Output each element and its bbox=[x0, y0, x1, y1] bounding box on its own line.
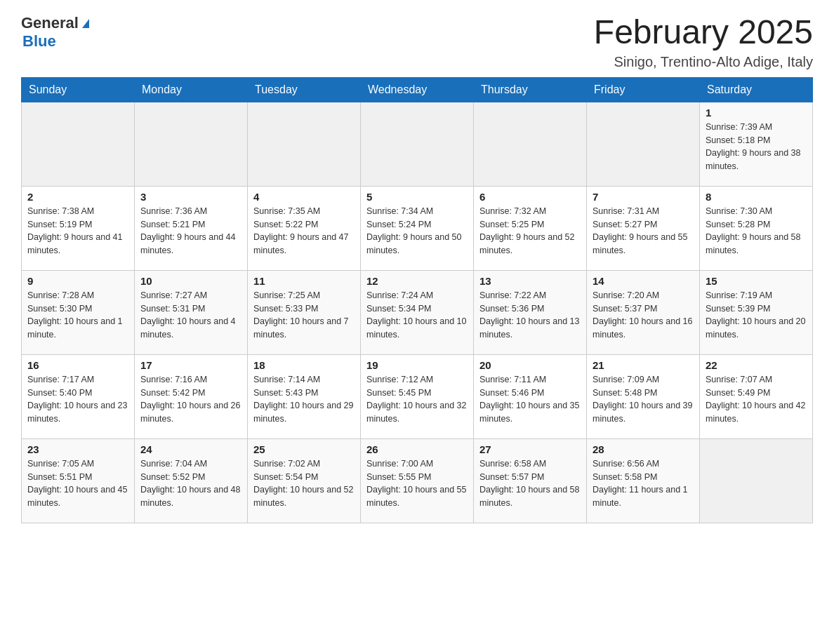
calendar-cell: 13Sunrise: 7:22 AM Sunset: 5:36 PM Dayli… bbox=[474, 270, 587, 354]
weekday-header-friday: Friday bbox=[587, 77, 700, 102]
calendar-cell: 7Sunrise: 7:31 AM Sunset: 5:27 PM Daylig… bbox=[587, 186, 700, 270]
day-number: 26 bbox=[366, 443, 468, 455]
calendar-cell: 6Sunrise: 7:32 AM Sunset: 5:25 PM Daylig… bbox=[474, 186, 587, 270]
day-info: Sunrise: 7:36 AM Sunset: 5:21 PM Dayligh… bbox=[140, 205, 241, 257]
weekday-header-wednesday: Wednesday bbox=[361, 77, 474, 102]
calendar-cell: 18Sunrise: 7:14 AM Sunset: 5:43 PM Dayli… bbox=[248, 354, 361, 438]
calendar-cell: 3Sunrise: 7:36 AM Sunset: 5:21 PM Daylig… bbox=[135, 186, 248, 270]
day-number: 1 bbox=[706, 107, 807, 119]
day-info: Sunrise: 7:31 AM Sunset: 5:27 PM Dayligh… bbox=[593, 205, 694, 257]
calendar-cell: 8Sunrise: 7:30 AM Sunset: 5:28 PM Daylig… bbox=[700, 186, 813, 270]
day-info: Sunrise: 7:09 AM Sunset: 5:48 PM Dayligh… bbox=[593, 373, 694, 426]
calendar-week-4: 16Sunrise: 7:17 AM Sunset: 5:40 PM Dayli… bbox=[22, 354, 813, 438]
calendar-cell: 26Sunrise: 7:00 AM Sunset: 5:55 PM Dayli… bbox=[361, 438, 474, 523]
calendar-week-2: 2Sunrise: 7:38 AM Sunset: 5:19 PM Daylig… bbox=[22, 186, 813, 270]
calendar-cell: 19Sunrise: 7:12 AM Sunset: 5:45 PM Dayli… bbox=[361, 354, 474, 438]
calendar-cell: 23Sunrise: 7:05 AM Sunset: 5:51 PM Dayli… bbox=[22, 438, 135, 523]
day-info: Sunrise: 7:00 AM Sunset: 5:55 PM Dayligh… bbox=[366, 457, 468, 510]
calendar-cell: 2Sunrise: 7:38 AM Sunset: 5:19 PM Daylig… bbox=[22, 186, 135, 270]
day-info: Sunrise: 7:35 AM Sunset: 5:22 PM Dayligh… bbox=[253, 205, 355, 257]
day-info: Sunrise: 7:14 AM Sunset: 5:43 PM Dayligh… bbox=[253, 373, 355, 426]
calendar-cell bbox=[248, 102, 361, 186]
day-number: 21 bbox=[593, 359, 694, 371]
calendar-cell: 27Sunrise: 6:58 AM Sunset: 5:57 PM Dayli… bbox=[474, 438, 587, 523]
day-info: Sunrise: 7:22 AM Sunset: 5:36 PM Dayligh… bbox=[479, 289, 581, 342]
calendar-cell: 16Sunrise: 7:17 AM Sunset: 5:40 PM Dayli… bbox=[22, 354, 135, 438]
day-info: Sunrise: 7:07 AM Sunset: 5:49 PM Dayligh… bbox=[706, 373, 807, 426]
calendar-cell: 4Sunrise: 7:35 AM Sunset: 5:22 PM Daylig… bbox=[248, 186, 361, 270]
calendar-cell: 21Sunrise: 7:09 AM Sunset: 5:48 PM Dayli… bbox=[587, 354, 700, 438]
day-info: Sunrise: 7:04 AM Sunset: 5:52 PM Dayligh… bbox=[140, 457, 241, 510]
day-info: Sunrise: 7:02 AM Sunset: 5:54 PM Dayligh… bbox=[253, 457, 355, 510]
calendar-cell bbox=[474, 102, 587, 186]
day-number: 8 bbox=[706, 191, 807, 203]
day-number: 16 bbox=[27, 359, 128, 371]
day-number: 19 bbox=[366, 359, 468, 371]
calendar-cell: 14Sunrise: 7:20 AM Sunset: 5:37 PM Dayli… bbox=[587, 270, 700, 354]
day-info: Sunrise: 7:12 AM Sunset: 5:45 PM Dayligh… bbox=[366, 373, 468, 426]
weekday-header-sunday: Sunday bbox=[22, 77, 135, 102]
day-info: Sunrise: 6:58 AM Sunset: 5:57 PM Dayligh… bbox=[479, 457, 581, 510]
logo-general-text: General bbox=[21, 14, 79, 32]
calendar-table: SundayMondayTuesdayWednesdayThursdayFrid… bbox=[21, 77, 813, 523]
location-title: Sinigo, Trentino-Alto Adige, Italy bbox=[594, 54, 813, 70]
calendar-cell: 5Sunrise: 7:34 AM Sunset: 5:24 PM Daylig… bbox=[361, 186, 474, 270]
day-number: 9 bbox=[27, 275, 128, 287]
day-number: 10 bbox=[140, 275, 241, 287]
month-title: February 2025 bbox=[594, 14, 813, 51]
day-info: Sunrise: 7:28 AM Sunset: 5:30 PM Dayligh… bbox=[27, 289, 128, 342]
day-info: Sunrise: 6:56 AM Sunset: 5:58 PM Dayligh… bbox=[593, 457, 694, 510]
calendar-cell: 24Sunrise: 7:04 AM Sunset: 5:52 PM Dayli… bbox=[135, 438, 248, 523]
calendar-cell bbox=[587, 102, 700, 186]
calendar-cell: 20Sunrise: 7:11 AM Sunset: 5:46 PM Dayli… bbox=[474, 354, 587, 438]
day-number: 12 bbox=[366, 275, 468, 287]
day-number: 13 bbox=[479, 275, 581, 287]
day-number: 4 bbox=[253, 191, 355, 203]
day-number: 25 bbox=[253, 443, 355, 455]
day-info: Sunrise: 7:19 AM Sunset: 5:39 PM Dayligh… bbox=[706, 289, 807, 342]
calendar-cell: 25Sunrise: 7:02 AM Sunset: 5:54 PM Dayli… bbox=[248, 438, 361, 523]
calendar-cell: 22Sunrise: 7:07 AM Sunset: 5:49 PM Dayli… bbox=[700, 354, 813, 438]
day-number: 2 bbox=[27, 191, 128, 203]
day-number: 22 bbox=[706, 359, 807, 371]
day-info: Sunrise: 7:25 AM Sunset: 5:33 PM Dayligh… bbox=[253, 289, 355, 342]
logo: General Blue bbox=[21, 14, 89, 51]
calendar-cell: 1Sunrise: 7:39 AM Sunset: 5:18 PM Daylig… bbox=[700, 102, 813, 186]
day-info: Sunrise: 7:20 AM Sunset: 5:37 PM Dayligh… bbox=[593, 289, 694, 342]
calendar-cell bbox=[135, 102, 248, 186]
title-block: February 2025 Sinigo, Trentino-Alto Adig… bbox=[594, 14, 813, 70]
calendar-week-1: 1Sunrise: 7:39 AM Sunset: 5:18 PM Daylig… bbox=[22, 102, 813, 186]
calendar-cell: 9Sunrise: 7:28 AM Sunset: 5:30 PM Daylig… bbox=[22, 270, 135, 354]
day-info: Sunrise: 7:30 AM Sunset: 5:28 PM Dayligh… bbox=[706, 205, 807, 257]
calendar-cell: 12Sunrise: 7:24 AM Sunset: 5:34 PM Dayli… bbox=[361, 270, 474, 354]
page-header: General Blue February 2025 Sinigo, Trent… bbox=[21, 14, 813, 70]
weekday-header-thursday: Thursday bbox=[474, 77, 587, 102]
day-info: Sunrise: 7:05 AM Sunset: 5:51 PM Dayligh… bbox=[27, 457, 128, 510]
day-info: Sunrise: 7:32 AM Sunset: 5:25 PM Dayligh… bbox=[479, 205, 581, 257]
calendar-cell bbox=[361, 102, 474, 186]
day-info: Sunrise: 7:24 AM Sunset: 5:34 PM Dayligh… bbox=[366, 289, 468, 342]
day-info: Sunrise: 7:38 AM Sunset: 5:19 PM Dayligh… bbox=[27, 205, 128, 257]
day-number: 6 bbox=[479, 191, 581, 203]
weekday-header-saturday: Saturday bbox=[700, 77, 813, 102]
day-number: 3 bbox=[140, 191, 241, 203]
day-info: Sunrise: 7:34 AM Sunset: 5:24 PM Dayligh… bbox=[366, 205, 468, 257]
weekday-header-tuesday: Tuesday bbox=[248, 77, 361, 102]
weekday-header-monday: Monday bbox=[135, 77, 248, 102]
day-number: 27 bbox=[479, 443, 581, 455]
day-number: 7 bbox=[593, 191, 694, 203]
day-number: 20 bbox=[479, 359, 581, 371]
calendar-week-3: 9Sunrise: 7:28 AM Sunset: 5:30 PM Daylig… bbox=[22, 270, 813, 354]
calendar-cell: 28Sunrise: 6:56 AM Sunset: 5:58 PM Dayli… bbox=[587, 438, 700, 523]
day-number: 15 bbox=[706, 275, 807, 287]
day-number: 24 bbox=[140, 443, 241, 455]
day-info: Sunrise: 7:17 AM Sunset: 5:40 PM Dayligh… bbox=[27, 373, 128, 426]
day-number: 14 bbox=[593, 275, 694, 287]
calendar-header-row: SundayMondayTuesdayWednesdayThursdayFrid… bbox=[22, 77, 813, 102]
day-number: 28 bbox=[593, 443, 694, 455]
day-info: Sunrise: 7:16 AM Sunset: 5:42 PM Dayligh… bbox=[140, 373, 241, 426]
day-number: 23 bbox=[27, 443, 128, 455]
day-number: 11 bbox=[253, 275, 355, 287]
calendar-cell: 15Sunrise: 7:19 AM Sunset: 5:39 PM Dayli… bbox=[700, 270, 813, 354]
day-info: Sunrise: 7:39 AM Sunset: 5:18 PM Dayligh… bbox=[706, 121, 807, 173]
